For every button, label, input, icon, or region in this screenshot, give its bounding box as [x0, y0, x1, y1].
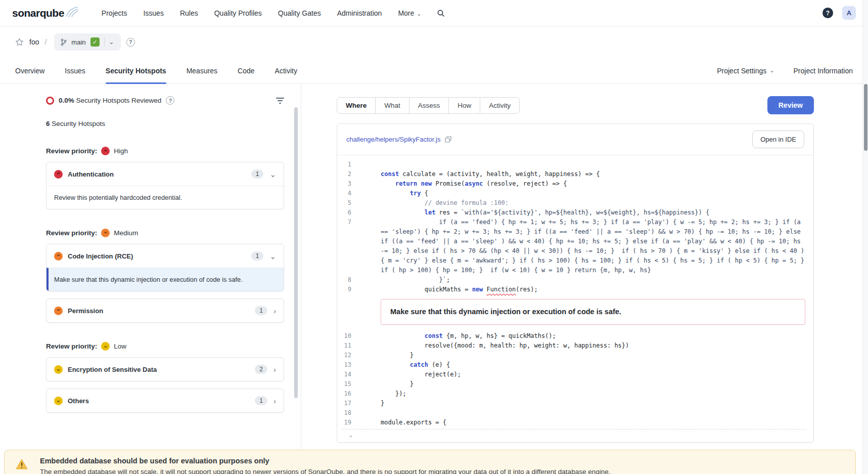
line-number[interactable]: 15 [337, 379, 381, 389]
issue-message[interactable]: Make sure that this dynamic injection or… [381, 299, 805, 325]
line-number[interactable]: 10 [337, 331, 381, 341]
quality-gate-pass-icon: ✓ [90, 37, 100, 47]
line-number[interactable]: 18 [337, 408, 381, 418]
sidebar-scrollbar[interactable] [294, 107, 298, 467]
nav-item-administration[interactable]: Administration [337, 9, 382, 17]
branch-help-icon[interactable]: ? [126, 38, 135, 47]
branch-selector[interactable]: main ✓ ⌄ [54, 33, 120, 51]
tab-code[interactable]: Code [238, 58, 254, 83]
tab-overview[interactable]: Overview [15, 58, 44, 83]
line-content [381, 160, 813, 169]
code-line: 3 return new Promise(async (resolve, rej… [337, 179, 813, 189]
nav-item-quality-profiles[interactable]: Quality Profiles [214, 9, 262, 17]
code-line: 7 if (a == 'feed') { hp += 1; w += 5; hs… [337, 218, 813, 275]
project-settings-menu[interactable]: Project Settings⌄ [717, 67, 774, 75]
line-number[interactable]: 14 [337, 370, 381, 379]
project-information-link[interactable]: Project Information [794, 67, 853, 75]
sonarqube-logo[interactable]: sonarqube [12, 7, 78, 19]
tab-security-hotspots[interactable]: Security Hotspots [106, 58, 166, 83]
line-number[interactable]: 12 [337, 351, 381, 360]
avatar[interactable]: A [842, 6, 856, 20]
search-icon[interactable] [437, 9, 445, 17]
category-header-encryption-of-sensitive-data[interactable]: ⌄Encryption of Sensitive Data2› [47, 358, 284, 381]
filter-icon[interactable] [276, 97, 284, 104]
warning-icon [16, 457, 28, 474]
nav-item-projects[interactable]: Projects [102, 9, 127, 17]
banner-title: Embedded database should be used for eva… [40, 457, 610, 465]
code-line: 12 } [337, 351, 813, 360]
logo-text: sonarqube [12, 7, 64, 19]
page-scrollbar-thumb[interactable] [864, 84, 867, 151]
hotspot-item[interactable]: Review this potentially hardcoded creden… [47, 186, 284, 209]
hotspot-item[interactable]: Make sure that this dynamic injection or… [47, 268, 284, 291]
line-number[interactable]: 13 [337, 360, 381, 370]
hotspot-underline[interactable]: Function [487, 286, 516, 293]
line-number[interactable]: 11 [337, 341, 381, 351]
main-content: 0.0% Security Hotspots Reviewed ? 6 Secu… [0, 84, 868, 474]
review-button[interactable]: Review [767, 96, 814, 114]
detail-tab-how[interactable]: How [448, 97, 480, 114]
line-number[interactable]: 17 [337, 399, 381, 408]
page-scrollbar[interactable] [862, 0, 868, 474]
line-number[interactable]: 8 [337, 275, 381, 285]
code-line: 11 resolve({mood: m, health: hp, weight:… [337, 341, 813, 351]
help-icon[interactable]: ? [823, 8, 833, 18]
project-name-link[interactable]: foo [29, 38, 39, 46]
line-content: } [381, 399, 813, 408]
branch-icon [61, 38, 67, 46]
category-header-permission[interactable]: ⌃Permission1› [47, 299, 284, 322]
file-path-link[interactable]: challenge/helpers/SpikyFactor.js [346, 136, 440, 143]
review-priority-label: Review priority: [46, 229, 97, 237]
detail-tab-what[interactable]: What [375, 97, 409, 114]
line-number[interactable]: 2 [337, 169, 381, 179]
hotspot-category-permission: ⌃Permission1› [46, 298, 284, 323]
expand-lines-below[interactable]: ⌄ [342, 429, 806, 442]
code-line: 13 catch (e) { [337, 360, 813, 370]
breadcrumb-separator: / [44, 38, 47, 46]
line-number[interactable]: 7 [337, 218, 381, 275]
line-number[interactable]: 1 [337, 160, 381, 169]
category-name: Permission [68, 307, 103, 315]
tab-measures[interactable]: Measures [187, 58, 217, 83]
sidebar-scrollbar-thumb[interactable] [294, 107, 298, 398]
tab-activity[interactable]: Activity [275, 58, 297, 83]
reviewed-progress-ring [46, 97, 54, 105]
detail-tab-assess[interactable]: Assess [409, 97, 449, 114]
code-line: 8 }`; [337, 275, 813, 285]
line-number[interactable]: 4 [337, 189, 381, 198]
nav-item-rules[interactable]: Rules [180, 9, 198, 17]
code-line: 17} [337, 399, 813, 408]
line-content: } [381, 351, 813, 360]
copy-icon[interactable] [445, 136, 451, 143]
line-content: module.exports = { [381, 418, 813, 427]
line-content [381, 408, 813, 418]
line-number[interactable]: 19 [337, 418, 381, 427]
review-priority-medium: Review priority:⌃Medium [46, 229, 284, 237]
category-name: Others [68, 397, 89, 405]
tab-issues[interactable]: Issues [65, 58, 85, 83]
line-number[interactable]: 5 [337, 198, 381, 208]
category-header-authentication[interactable]: ⌃Authentication1⌄ [47, 162, 284, 186]
nav-item-more[interactable]: More⌄ [398, 9, 421, 17]
detail-tab-activity[interactable]: Activity [480, 97, 520, 114]
line-number[interactable]: 3 [337, 179, 381, 189]
category-header-code-injection-rce[interactable]: ⌃Code Injection (RCE)1⌄ [47, 244, 284, 268]
line-number[interactable]: 16 [337, 389, 381, 399]
count-label: Security Hotspots [52, 120, 105, 127]
category-header-others[interactable]: ⌄Others1› [47, 389, 284, 412]
project-tabs-right: Project Settings⌄ Project Information [717, 58, 853, 83]
nav-item-issues[interactable]: Issues [143, 9, 163, 17]
nav-item-quality-gates[interactable]: Quality Gates [278, 9, 321, 17]
open-in-ide-button[interactable]: Open in IDE [752, 131, 804, 148]
line-content: quickMaths = new Function(res); [381, 285, 813, 294]
favorite-star-icon[interactable] [15, 38, 24, 46]
line-content: }`; [381, 275, 813, 285]
category-count-badge: 2 [255, 365, 267, 374]
file-header: challenge/helpers/SpikyFactor.js Open in… [337, 124, 813, 155]
medium-priority-icon: ⌃ [101, 229, 110, 237]
reviewed-help-icon[interactable]: ? [166, 96, 174, 105]
line-number[interactable]: 9 [337, 285, 381, 294]
detail-tab-where[interactable]: Where [337, 97, 376, 114]
reviewed-percentage: 0.0% [59, 97, 74, 104]
line-number[interactable]: 6 [337, 208, 381, 218]
